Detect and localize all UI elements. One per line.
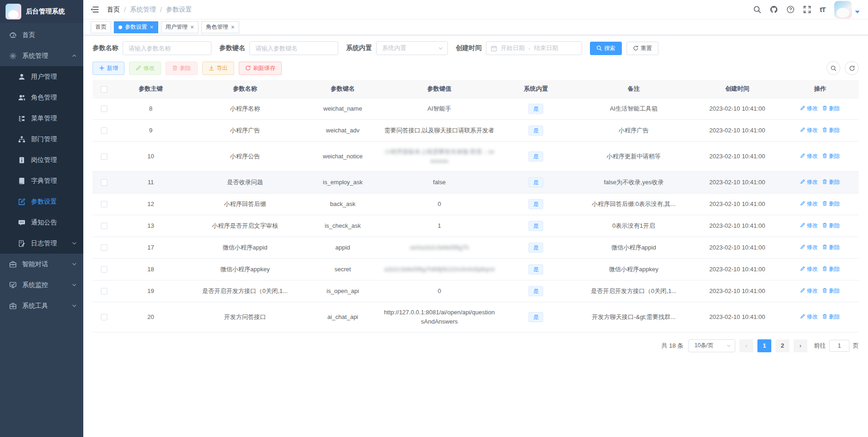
close-icon[interactable]: × <box>150 24 154 30</box>
next-page-button[interactable]: › <box>794 339 807 352</box>
refresh-cache-button[interactable]: 刷新缓存 <box>239 62 282 75</box>
sidebar-item-home[interactable]: 首页 <box>0 25 83 45</box>
builtin-select[interactable]: 系统内置 <box>376 41 448 55</box>
cell-param-value: wx0a1b2c3d4e5f6g7h <box>381 237 498 258</box>
select-all-checkbox[interactable] <box>101 86 107 93</box>
close-icon[interactable]: × <box>231 24 235 30</box>
sidebar-item-user-mgmt[interactable]: 用户管理 <box>0 66 83 87</box>
row-checkbox[interactable] <box>101 314 107 320</box>
sidebar-item-dept-mgmt[interactable]: 部门管理 <box>0 129 83 150</box>
tab-用户管理[interactable]: 用户管理× <box>161 21 199 33</box>
sidebar-item-smart-chat[interactable]: 智能对话 <box>0 254 83 275</box>
page-button-1[interactable]: 1 <box>757 339 771 352</box>
delete-link-label: 删除 <box>829 151 840 161</box>
cell-remark-text: 是否开启开发方接口（0关闭,1... <box>591 287 676 294</box>
user-avatar[interactable] <box>834 1 852 19</box>
builtin-tag: 是 <box>528 177 543 187</box>
sidebar-item-param-settings[interactable]: 参数设置 <box>0 191 83 212</box>
message-icon <box>18 218 25 226</box>
row-edit-button[interactable]: 修改 <box>800 264 818 274</box>
cell-param-value-text: AI智能手 <box>428 105 451 112</box>
row-delete-button[interactable]: 删除 <box>822 177 840 187</box>
row-checkbox[interactable] <box>101 153 107 160</box>
help-icon[interactable] <box>787 6 794 13</box>
row-checkbox[interactable] <box>101 127 107 134</box>
page-button-2[interactable]: 2 <box>775 339 789 352</box>
sidebar-item-notice[interactable]: 通知公告 <box>0 212 83 233</box>
row-delete-button[interactable]: 删除 <box>822 243 840 252</box>
row-delete-button[interactable]: 删除 <box>822 312 840 321</box>
show-search-toggle-button[interactable] <box>826 61 840 75</box>
row-delete-button[interactable]: 删除 <box>822 264 840 274</box>
sidebar-item-role-mgmt[interactable]: 角色管理 <box>0 87 83 108</box>
delete-link-label: 删除 <box>829 264 840 274</box>
cell-param-key: back_ask <box>304 193 381 215</box>
table-row: 20开发方问答接口ai_chat_apihttp://127.0.0.1:808… <box>93 302 859 332</box>
row-edit-button[interactable]: 修改 <box>800 104 818 113</box>
prev-page-button[interactable]: ‹ <box>739 339 753 352</box>
search-button[interactable]: 搜索 <box>590 42 622 55</box>
cell-param-name: 小程序是否开启文字审核 <box>186 215 304 237</box>
refresh-icon <box>245 65 251 71</box>
param-key-input[interactable] <box>249 41 338 55</box>
github-icon[interactable] <box>770 6 778 13</box>
sidebar-item-system-tools[interactable]: 系统工具 <box>0 295 83 316</box>
row-checkbox[interactable] <box>101 266 107 273</box>
goto-page-input[interactable] <box>829 340 849 352</box>
param-name-input[interactable] <box>123 41 211 55</box>
cell-remark: false为不收录,yes收录 <box>574 171 693 193</box>
row-edit-button[interactable]: 修改 <box>800 177 818 187</box>
row-checkbox[interactable] <box>101 201 107 207</box>
add-button[interactable]: 新增 <box>93 62 124 75</box>
reset-button[interactable]: 重置 <box>626 42 658 55</box>
row-delete-button[interactable]: 删除 <box>822 221 840 230</box>
export-button[interactable]: 导出 <box>202 62 234 75</box>
row-checkbox[interactable] <box>101 244 107 251</box>
row-edit-button[interactable]: 修改 <box>800 243 818 252</box>
table-tools <box>826 61 859 75</box>
delete-button[interactable]: 删除 <box>166 62 198 75</box>
cell-remark-text: 小程序更新中请稍等 <box>607 153 661 160</box>
sidebar-item-dict-mgmt[interactable]: 字典管理 <box>0 170 83 191</box>
cell-param-id: 18 <box>116 258 186 280</box>
cell-param-value: 0 <box>381 280 498 302</box>
tab-角色管理[interactable]: 角色管理× <box>201 21 239 33</box>
sidebar-item-system-mgmt[interactable]: 系统管理 <box>0 45 83 66</box>
row-checkbox[interactable] <box>101 179 107 186</box>
row-checkbox[interactable] <box>101 223 107 229</box>
row-checkbox[interactable] <box>101 106 107 112</box>
row-edit-button[interactable]: 修改 <box>800 125 818 135</box>
sidebar-item-post-mgmt[interactable]: 岗位管理 <box>0 150 83 170</box>
row-edit-button[interactable]: 修改 <box>800 286 818 295</box>
sidebar-item-system-monitor[interactable]: 系统监控 <box>0 275 83 295</box>
sidebar-item-label: 系统管理 <box>22 52 48 60</box>
sidebar-item-menu-mgmt[interactable]: 菜单管理 <box>0 108 83 129</box>
row-edit-button[interactable]: 修改 <box>800 151 818 161</box>
modify-button[interactable]: 修改 <box>129 62 161 75</box>
sidebar-collapse-icon[interactable] <box>91 6 99 13</box>
refresh-table-button[interactable] <box>845 61 859 75</box>
fullscreen-icon[interactable] <box>803 6 811 13</box>
page-size-select[interactable]: 10条/页 <box>688 339 735 352</box>
tab-参数设置[interactable]: 参数设置× <box>114 21 158 33</box>
user-menu[interactable] <box>834 1 860 19</box>
row-edit-button[interactable]: 修改 <box>800 312 818 321</box>
close-icon[interactable]: × <box>191 24 194 30</box>
row-delete-button[interactable]: 删除 <box>822 286 840 295</box>
search-icon[interactable] <box>753 6 761 13</box>
cell-param-key: secret <box>304 258 381 280</box>
sidebar-item-log-mgmt[interactable]: 日志管理 <box>0 233 83 254</box>
cell-param-value-text: 小程序新版本上线需要抢先体验 联系：xxxxxxxx <box>384 148 495 164</box>
date-range-picker[interactable]: 开始日期 - 结束日期 <box>486 41 582 55</box>
tab-首页[interactable]: 首页 <box>91 21 111 33</box>
row-edit-button[interactable]: 修改 <box>800 199 818 208</box>
row-delete-button[interactable]: 删除 <box>822 125 840 135</box>
row-delete-button[interactable]: 删除 <box>822 104 840 113</box>
font-size-icon[interactable]: tT <box>820 6 825 13</box>
row-delete-button[interactable]: 删除 <box>822 199 840 208</box>
menu-tree-icon <box>18 114 25 122</box>
row-edit-button[interactable]: 修改 <box>800 221 818 230</box>
row-delete-button[interactable]: 删除 <box>822 151 840 161</box>
breadcrumb-item-home[interactable]: 首页 <box>107 6 120 14</box>
row-checkbox[interactable] <box>101 288 107 294</box>
